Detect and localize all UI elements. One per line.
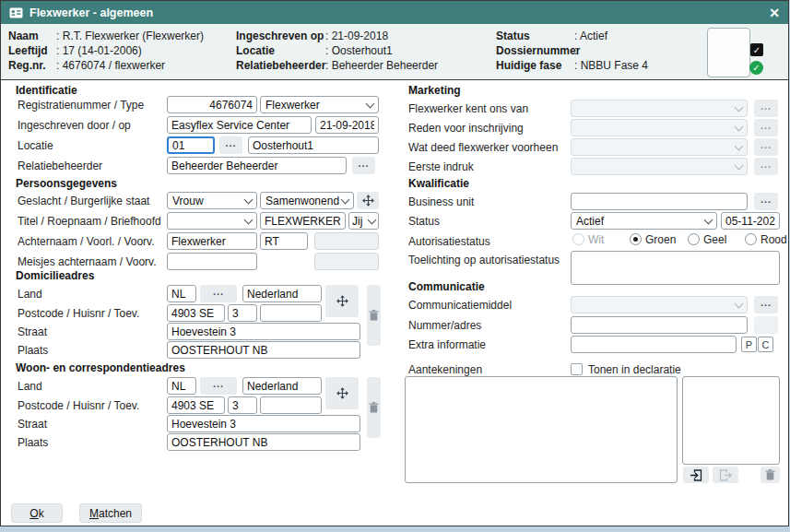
ellipsis-icon: ...	[761, 124, 772, 131]
label-plaats: Plaats	[18, 344, 48, 357]
communicatiemiddel-select[interactable]	[571, 296, 748, 313]
reden-inschrijving-lookup-button[interactable]: ...	[754, 119, 778, 136]
ok-button[interactable]: Ok	[11, 503, 63, 523]
radio-groen-label: Groen	[645, 233, 676, 246]
label-titel-roepnaam-briefhoofd: Titel / Roepnaam / Briefhoofd	[18, 215, 161, 228]
ingeschreven-op-input[interactable]	[315, 116, 379, 134]
close-icon[interactable]: ✕	[769, 6, 780, 19]
ingeschreven-door-input[interactable]	[167, 116, 312, 134]
land-naam-input[interactable]	[242, 285, 322, 302]
huisnr-input[interactable]	[228, 304, 257, 322]
aantekeningen-textarea[interactable]	[405, 376, 678, 483]
voorletters-input[interactable]	[260, 232, 308, 250]
chevron-down-icon	[368, 215, 377, 224]
straat-input[interactable]	[167, 323, 360, 340]
label-aantekeningen: Aantekeningen	[408, 363, 482, 376]
move-icon	[336, 387, 348, 399]
burgerlijke-staat-select[interactable]: Samenwonend	[260, 192, 354, 209]
chevron-down-icon	[735, 122, 744, 131]
aantekeningen-list-box[interactable]	[682, 376, 780, 465]
ok-button-initial: O	[29, 507, 38, 520]
contact-card-icon	[9, 7, 23, 18]
business-unit-lookup-button[interactable]: ...	[754, 193, 778, 210]
note-export-button[interactable]	[713, 467, 738, 483]
matchen-button[interactable]: Matchen	[79, 503, 142, 523]
ellipsis-icon: ...	[225, 141, 236, 148]
delete-domicilieadres-button[interactable]	[367, 285, 381, 346]
voorvoegsel-input	[314, 232, 379, 250]
label-plaats-woon: Plaats	[18, 436, 48, 449]
locatie-lookup-button[interactable]: ...	[219, 136, 242, 154]
extra-informatie-input[interactable]	[571, 336, 737, 353]
huisnr-woon-input[interactable]	[228, 396, 257, 414]
tonen-in-declaratie-checkbox[interactable]	[571, 363, 583, 375]
type-select[interactable]: Flexwerker	[260, 96, 379, 113]
toelichting-textarea[interactable]	[571, 251, 780, 285]
section-persoonsgegevens: Persoonsgegevens	[16, 177, 117, 190]
c-button[interactable]: C	[758, 337, 773, 352]
plaats-input[interactable]	[167, 341, 360, 359]
voorheen-select[interactable]	[571, 138, 748, 156]
reden-inschrijving-select[interactable]	[571, 119, 748, 136]
kent-ons-van-select[interactable]	[571, 100, 748, 117]
label-tonen-in-declaratie: Tonen in declaratie	[588, 363, 681, 376]
note-import-button[interactable]	[683, 467, 709, 483]
nummer-adres-input[interactable]	[571, 316, 748, 334]
move-woonadres-button[interactable]	[325, 377, 359, 409]
eerste-indruk-select[interactable]	[571, 158, 748, 175]
label-postcode-woon: Postcode / Huisnr / Toev.	[18, 399, 139, 412]
roepnaam-input[interactable]	[260, 212, 346, 230]
note-delete-button[interactable]	[761, 467, 780, 483]
land-naam-woon-input[interactable]	[242, 377, 322, 395]
section-domicilieadres: Domicilieadres	[16, 269, 94, 282]
relatiebeheerder-input[interactable]	[167, 157, 347, 174]
locatie-naam-input[interactable]	[248, 136, 379, 154]
registratienummer-input[interactable]	[167, 96, 257, 113]
business-unit-input[interactable]	[571, 193, 748, 210]
voorheen-lookup-button[interactable]: ...	[754, 138, 778, 156]
toevoeging-input[interactable]	[260, 304, 322, 322]
postcode-input[interactable]	[167, 304, 225, 322]
move-address-button[interactable]	[325, 285, 359, 317]
status-select[interactable]: Actief	[571, 212, 717, 230]
p-button[interactable]: P	[741, 337, 757, 352]
achternaam-input[interactable]	[167, 232, 257, 250]
status-datum-input[interactable]	[721, 212, 780, 230]
locatie-code-input[interactable]	[167, 136, 215, 154]
checked-checkbox-icon[interactable]: ✓	[750, 43, 763, 56]
label-voorheen: Wat deed flexwerker voorheen	[408, 141, 558, 154]
trash-icon	[369, 310, 379, 321]
plaats-woon-input[interactable]	[167, 433, 360, 451]
delete-woonadres-button[interactable]	[367, 377, 381, 438]
radio-groen[interactable]	[630, 233, 642, 245]
label-reden-inschrijving: Reden voor inschrijving	[408, 122, 524, 135]
communicatiemiddel-lookup-button[interactable]: ...	[754, 296, 778, 313]
straat-woon-input[interactable]	[167, 415, 360, 432]
briefhoofd-select-value: Jij	[352, 215, 369, 228]
briefhoofd-select[interactable]: Jij	[348, 212, 379, 230]
photo-placeholder[interactable]	[707, 28, 750, 77]
land-lookup-button[interactable]: ...	[200, 285, 237, 302]
label-autorisatiestatus: Autorisatiestatus	[408, 235, 490, 248]
ellipsis-icon: ...	[761, 197, 772, 205]
label-extra-informatie: Extra informatie	[408, 338, 486, 351]
meisjes-achternaam-input[interactable]	[167, 253, 257, 270]
geslacht-select[interactable]: Vrouw	[167, 192, 257, 209]
eerste-indruk-lookup-button[interactable]: ...	[754, 158, 778, 175]
land-woon-lookup-button[interactable]: ...	[200, 377, 237, 395]
status-ok-icon: ✓	[749, 61, 763, 75]
radio-rood[interactable]	[745, 233, 757, 245]
titel-select[interactable]	[167, 212, 257, 230]
toevoeging-woon-input[interactable]	[260, 396, 322, 414]
land-code-input[interactable]	[167, 285, 196, 302]
move-button[interactable]	[357, 192, 379, 209]
land-code-woon-input[interactable]	[167, 377, 196, 395]
postcode-woon-input[interactable]	[167, 396, 225, 414]
geslacht-select-value: Vrouw	[172, 195, 245, 207]
header-value-ingeschreven-op: : 21-09-2018	[325, 30, 388, 42]
radio-geel[interactable]	[688, 233, 700, 245]
relatiebeheerder-lookup-button[interactable]: ...	[352, 157, 375, 174]
kent-ons-van-lookup-button[interactable]: ...	[754, 100, 778, 117]
ellipsis-icon: ...	[213, 382, 224, 389]
label-status: Status	[408, 215, 440, 228]
